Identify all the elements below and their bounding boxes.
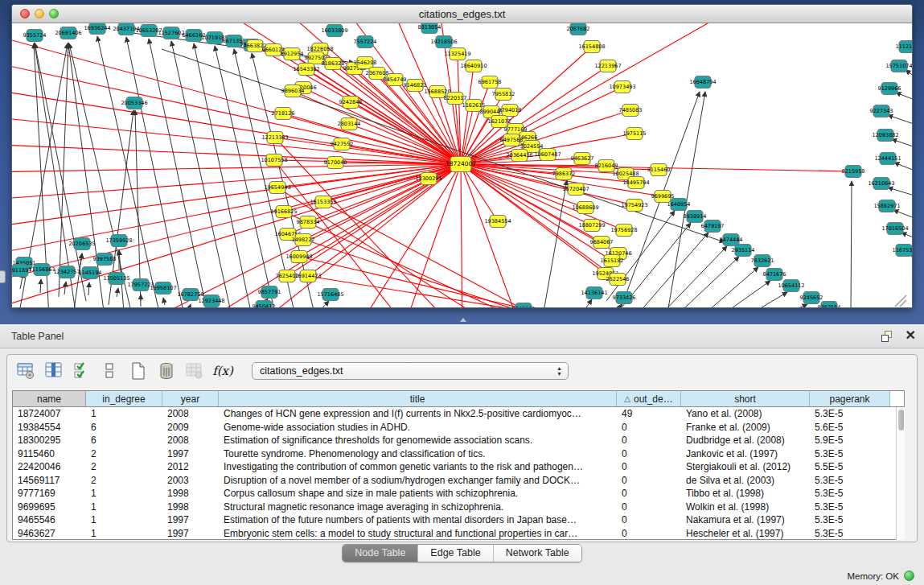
table-cell[interactable]: 19384554: [13, 421, 86, 435]
graph-node-selected[interactable]: 9794018: [499, 105, 522, 117]
table-cell[interactable]: Jankovic et al. (1997): [681, 447, 810, 461]
table-cell[interactable]: 0: [617, 474, 681, 488]
graph-edge[interactable]: [318, 301, 329, 308]
table-cell[interactable]: 5.3E-5: [810, 407, 890, 421]
table-row[interactable]: 911546021997Tourette syndrome. Phenomeno…: [13, 447, 904, 461]
graph-node[interactable]: 8471676: [763, 269, 786, 281]
table-cell[interactable]: 1997: [162, 513, 219, 527]
table-cell[interactable]: Estimation of the future numbers of pati…: [219, 513, 617, 527]
graph-node-selected[interactable]: 6961758: [478, 76, 502, 89]
table-select[interactable]: citations_edges.txt ▲▼: [252, 362, 569, 380]
graph-edge[interactable]: [901, 233, 913, 242]
graph-edge[interactable]: [293, 91, 461, 164]
table-cell[interactable]: Investigating the contribution of common…: [219, 460, 617, 474]
graph-edge[interactable]: [888, 187, 913, 199]
graph-node[interactable]: 20206535: [68, 238, 95, 250]
table-cell[interactable]: de Silva et al. (2003): [681, 474, 810, 488]
graph-edge[interactable]: [162, 49, 725, 242]
table-cell[interactable]: 2008: [162, 407, 219, 421]
graph-node[interactable]: 13505135: [103, 273, 129, 285]
graph-node[interactable]: 16210643: [868, 178, 894, 190]
network-view-window[interactable]: citations_edges.txt 93557242069140616936…: [11, 4, 913, 308]
table-row[interactable]: 969969511998Structural magnetic resonanc…: [13, 501, 904, 514]
graph-node[interactable]: 16648794: [689, 76, 716, 89]
table-cell[interactable]: 6: [86, 434, 162, 447]
graph-edge[interactable]: [117, 288, 118, 297]
column-header-year[interactable]: year: [162, 391, 219, 406]
table-cell[interactable]: Tourette syndrome. Phenomenology and cla…: [219, 447, 617, 461]
graph-node-selected[interactable]: 19654943: [264, 182, 290, 194]
graph-node-selected[interactable]: 19754923: [621, 200, 647, 212]
table-cell[interactable]: 49: [617, 407, 681, 421]
graph-node-selected[interactable]: 7485083: [619, 105, 643, 117]
graph-edge[interactable]: [306, 69, 461, 164]
table-row[interactable]: 946554611997Estimation of the future num…: [13, 513, 904, 527]
graph-node-selected[interactable]: 9242848: [339, 97, 363, 109]
table-cell[interactable]: 0: [617, 527, 681, 541]
table-cell[interactable]: Nakamura et al. (1997): [681, 513, 810, 527]
column-settings-icon[interactable]: [15, 360, 36, 381]
graph-edge[interactable]: [893, 210, 913, 220]
graph-node[interactable]: 15751074: [885, 60, 912, 72]
table-cell[interactable]: Genome-wide association studies in ADHD.: [219, 421, 617, 435]
scrollbar-thumb[interactable]: [898, 410, 904, 431]
graph-node[interactable]: 9857791: [258, 286, 281, 299]
graph-node-selected[interactable]: 1615182: [601, 255, 624, 267]
table-cell[interactable]: 9699695: [13, 501, 86, 514]
table-cell[interactable]: 5.5E-5: [810, 460, 890, 474]
network-canvas[interactable]: 9355724206914061693624420437194106532871…: [12, 23, 913, 308]
graph-node-selected[interactable]: 9878334: [297, 216, 320, 229]
table-cell[interactable]: 5.3E-5: [810, 487, 890, 501]
graph-node[interactable]: 9450412: [253, 301, 276, 309]
table-cell[interactable]: 18300295: [13, 434, 86, 447]
table-cell[interactable]: 1: [86, 487, 162, 501]
new-table-icon[interactable]: [128, 360, 149, 381]
table-row[interactable]: 977716911998Corpus callosum shape and si…: [13, 487, 904, 501]
graph-node-selected[interactable]: 9699695: [651, 191, 675, 203]
split-pane-handle[interactable]: [458, 318, 466, 323]
table-row[interactable]: 1830029562008Estimation of significance …: [13, 434, 904, 447]
table-cell[interactable]: Embryonic stem cells: a model to study s…: [219, 527, 617, 541]
graph-node-selected[interactable]: 9146821: [404, 80, 427, 92]
graph-node-selected[interactable]: 8186328: [322, 58, 345, 70]
table-row[interactable]: 2242004622012Investigating the contribut…: [13, 460, 904, 474]
table-cell[interactable]: 2: [86, 474, 162, 488]
graph-node[interactable]: 15716485: [317, 289, 343, 301]
graph-edge[interactable]: [461, 164, 462, 308]
graph-edge[interactable]: [64, 282, 66, 295]
graph-node-selected[interactable]: 16009948: [285, 251, 312, 263]
graph-node[interactable]: 20691406: [55, 27, 81, 39]
graph-node[interactable]: 8938914: [684, 211, 707, 223]
graph-node-selected[interactable]: 2803144: [338, 118, 361, 130]
graph-edge[interactable]: [895, 295, 906, 307]
table-cell[interactable]: 1: [86, 513, 162, 527]
graph-edge[interactable]: [896, 93, 913, 104]
column-header-out_de[interactable]: △out_de…: [617, 391, 681, 406]
graph-node-selected[interactable]: 8912954: [281, 48, 304, 60]
table-cell[interactable]: Yano et al. (2008): [681, 407, 810, 421]
graph-edge[interactable]: [739, 304, 807, 308]
graph-edge[interactable]: [702, 281, 770, 308]
graph-edge[interactable]: [163, 298, 165, 305]
graph-node[interactable]: 7557224: [354, 36, 377, 48]
column-header-name[interactable]: name: [13, 391, 86, 406]
table-cell[interactable]: 0: [617, 421, 681, 435]
graph-node-selected[interactable]: 9463627: [571, 153, 594, 165]
table-cell[interactable]: Stergiakouli et al. (2012): [681, 460, 810, 474]
table-cell[interactable]: 0: [617, 434, 681, 447]
table-cell[interactable]: 9465546: [13, 513, 86, 527]
table-cell[interactable]: 5.3E-5: [810, 474, 890, 488]
table-cell[interactable]: Corpus callosum shape and size in male p…: [219, 487, 617, 501]
graph-node-selected[interactable]: 9896034: [281, 85, 305, 97]
graph-node-selected[interactable]: 1498222: [292, 234, 315, 246]
select-all-icon[interactable]: [72, 360, 92, 381]
table-cell[interactable]: 5.9E-5: [810, 434, 890, 447]
table-cell[interactable]: Changes of HCN gene expression and I(f) …: [219, 407, 617, 421]
graph-node-selected[interactable]: 16914473: [294, 270, 321, 282]
table-row[interactable]: 1938455462009Genome-wide association stu…: [13, 421, 904, 435]
graph-edge[interactable]: [906, 70, 913, 84]
table-cell[interactable]: 5.3E-5: [810, 513, 890, 527]
table-cell[interactable]: Disruption of a novel member of a sodium…: [219, 474, 617, 488]
column-header-pagerank[interactable]: pagerank: [810, 391, 890, 406]
table-cell[interactable]: 5.3E-5: [810, 501, 890, 514]
